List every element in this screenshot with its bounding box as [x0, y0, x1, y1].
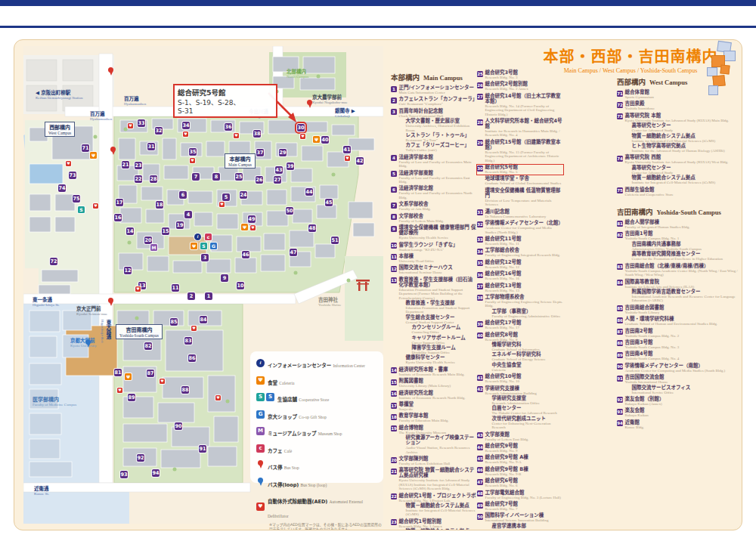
callout-building-name: 総合研究5号館 [178, 87, 273, 97]
building-number-badge: 22 [391, 493, 397, 499]
building-number-badge: 41 [477, 375, 483, 381]
building-number-badge: 73 [617, 113, 623, 119]
building-name-jp: 総合研究9号館 B棟 [485, 467, 564, 472]
building-name-en: Yoshida Izumidono [625, 107, 743, 110]
map-badge-48: 48 [308, 224, 316, 232]
building-name-en: Research Bldg. No. 6 [485, 484, 564, 487]
building-number-badge: 43 [477, 432, 483, 438]
building-name-en: Yoshida-South Campus Academic Center Bld… [625, 269, 743, 277]
map-label: ◀ 京阪出町柳駅Keihan Demachiyanagi Station [36, 88, 82, 100]
building-name-en: Division of Low Temperature and Material… [485, 199, 564, 207]
map-badge-33: 33 [138, 119, 145, 127]
aed-icon: ♥ [160, 379, 165, 384]
building-name-en: Research Bldg. No. 5 [485, 170, 564, 174]
building-name-jp: 総合研究2号館別館 [485, 82, 564, 87]
sub-facility-en: International Service Office [632, 391, 743, 394]
building-name-jp: 教育推進・学生支援部棟（旧石油化学教室本館） [399, 277, 477, 288]
building-name-en: Faculty of Engineering Integrated Resear… [485, 253, 564, 257]
sub-facility-en: International Academic Research and Reso… [632, 295, 743, 303]
sub-facility-jp: 中央生協食堂 [492, 363, 564, 368]
sub-facility-jp: 次世代研究創成ユニット [492, 416, 564, 422]
building-number-badge: 9 [391, 226, 397, 232]
list-item: 34工学部総合校舎Faculty of Engineering Integrat… [477, 248, 563, 258]
building-number-badge: 34 [477, 249, 483, 255]
sub-facility-jp: ヒト生物学高等研究拠点 [632, 144, 743, 149]
building-name-jp: 総合研究12号館 [485, 260, 564, 265]
map-badge-26: 26 [256, 176, 263, 184]
shopT-icon: S [200, 243, 207, 249]
sub-facility-jp: 物質－細胞統合システム拠点 [632, 134, 743, 139]
building-name-jp: 正門/インフォメーションセンター [399, 85, 477, 91]
food-icon: Ψ [313, 136, 320, 143]
building-name-en: Kyoto University Health Service [399, 236, 477, 240]
building-number-badge: 12 [391, 266, 397, 272]
building-name-jp: 学術情報メディアセンター（南館） [625, 363, 743, 369]
building-name-jp: 総合研究9号館 A棟 [485, 455, 564, 460]
map-badge-71: 71 [82, 144, 89, 152]
legend-label-jp: 自動体外式除細動器(AED) [268, 499, 330, 505]
list-item: 30総合研究5号館Research Bldg. No. 5 [477, 165, 563, 175]
section-header-main-jp: 本部構内 [391, 73, 420, 82]
map-badge-34: 34 [182, 122, 190, 129]
bus-stop-pin-icon [307, 100, 312, 105]
building-number-badge: 26 [477, 82, 483, 88]
map-badge-40: 40 [321, 136, 329, 144]
map-badge-7: 7 [192, 173, 200, 181]
aed-icon: ♥ [135, 286, 141, 292]
sub-facility-en: Faculty of Engineering Administrative Of… [492, 314, 564, 318]
map-badge-22: 22 [135, 175, 142, 183]
building-name-en: University Head Office [399, 259, 477, 263]
aed-icon: ♥ [128, 123, 133, 128]
sub-facility-en: Audio-Visual Station, Research Resources… [406, 446, 477, 454]
building-number-badge: 84 [617, 280, 623, 286]
building-name-jp: 吉田南総合図書館 [625, 305, 743, 311]
map-label: 本部構内Main Campus [225, 153, 256, 169]
sub-facility-jp: 学術研究支援室 [492, 396, 564, 401]
building-name-jp: 経済研究所本館・書庫 [399, 367, 477, 373]
list-item: 4法経済学部本館Faculty of Law and Faculty of Ec… [391, 155, 476, 169]
building-name-jp: 総合研究7号館 [485, 502, 564, 507]
building-name-jp: 吉田国際交流会館 [625, 375, 743, 380]
building-name-jp: 百周年時計台記念館 [399, 109, 477, 114]
building-name-en: Research Bldg. No. 12 [485, 265, 564, 269]
building-name-jp: 環境安全保健機構 健康管理部門 保健診療所 [399, 225, 477, 236]
building-name-en: Faculty of Arts Bldg. [399, 207, 477, 211]
building-number-badge: 6 [391, 187, 397, 193]
building-name-jp: 近衛館 [625, 420, 743, 425]
aed-icon: ♥ [300, 134, 305, 139]
building-number-badge: 5 [391, 171, 397, 177]
list-item: 47総合研究6号館Research Bldg. No. 6 [477, 478, 563, 488]
building-name-en: Yoshida-South Campus Bldg. No. 2 [625, 334, 743, 338]
building-number-badge: 45 [477, 456, 483, 462]
building-name-en: Faculty of Law and Faculty of Economics … [399, 191, 477, 199]
building-number-badge: 86 [617, 317, 623, 323]
building-number-badge: 1 [391, 86, 397, 92]
map-badge-89: 89 [128, 394, 135, 401]
list-item: 81総合人間学部棟Faculty of Integrated Human Stu… [617, 220, 742, 230]
map-badge-93: 93 [120, 471, 128, 478]
building-name-jp: 文学部校舎 [399, 214, 477, 219]
map-badge-46: 46 [242, 251, 249, 258]
building-name-en: Research Bldg. No. 10 [485, 379, 564, 383]
building-name-en: Dr.Yukawa Commemorative Laboratory [485, 215, 564, 218]
legend-label-jp: 京大ショップ [268, 414, 299, 420]
sub-facility-jp: レストラン「ラ・トゥール」 [406, 133, 477, 138]
aed-icon: ♥ [234, 133, 239, 138]
aed-icon: ♥ [190, 158, 195, 163]
building-name-jp: 吉田南2号館 [625, 329, 743, 334]
aed-icon: ♥ [219, 202, 225, 207]
list-item: 20文学部陳列館Faculty of Letters Exhibition Ha… [391, 456, 476, 466]
map-badge-18: 18 [156, 201, 163, 209]
building-number-badge: 36 [477, 272, 483, 278]
building-name-jp: 楽友会館 [625, 408, 743, 413]
building-number-badge: 81 [617, 221, 623, 227]
building-name-jp: 総合研究8号館 [485, 332, 564, 338]
building-name-en: Faculty of Letters East Bldg. [485, 438, 564, 441]
list-item: 17尊攘堂Sonjo-do [391, 402, 476, 412]
list-item: 40総合研究8号館Research Bldg. No. 8情報学研究科Gradu… [477, 332, 563, 373]
map-label: 西部構内West Campus [45, 122, 75, 137]
section-header-south-jp: 吉田南構内 [617, 208, 653, 216]
list-item: 36総合研究16号館Research Bldg. No. 16 [477, 271, 563, 281]
food-icon: Ψ [125, 373, 132, 380]
map-badge-12: 12 [124, 267, 132, 274]
